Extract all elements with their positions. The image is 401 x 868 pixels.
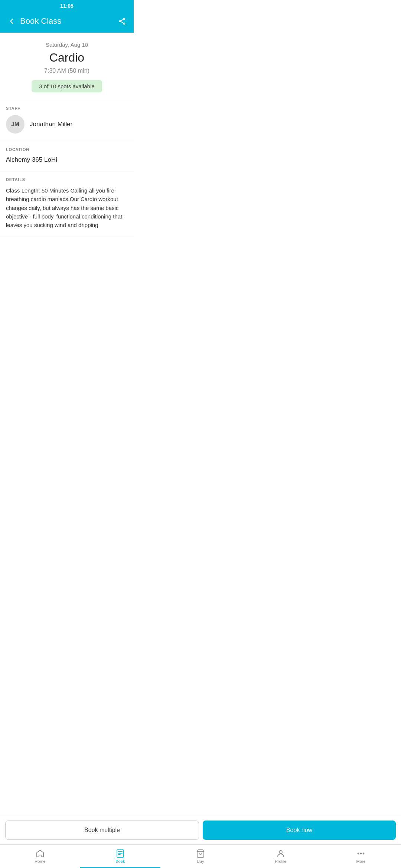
share-icon (118, 17, 126, 25)
staff-name: Jonathan Miller (30, 121, 72, 128)
staff-label: STAFF (6, 106, 128, 111)
details-text: Class Length: 50 Minutes Calling all you… (6, 186, 128, 234)
details-section: DETAILS Class Length: 50 Minutes Calling… (0, 171, 134, 237)
svg-line-4 (121, 22, 123, 23)
class-date: Saturday, Aug 10 (6, 42, 128, 48)
staff-row: JM Jonathan Miller (6, 115, 128, 138)
status-time: 11:05 (60, 3, 74, 9)
share-button[interactable] (117, 16, 128, 27)
staff-avatar: JM (6, 115, 25, 134)
status-bar: 11:05 (0, 0, 134, 11)
svg-line-3 (121, 19, 123, 21)
header-left: Book Class (6, 16, 61, 27)
page-title: Book Class (20, 16, 61, 26)
header: Book Class (0, 11, 134, 33)
spots-available-badge: 3 of 10 spots available (32, 80, 102, 92)
location-section: LOCATION Alchemy 365 LoHi (0, 141, 134, 171)
class-info: Saturday, Aug 10 Cardio 7:30 AM (50 min)… (0, 33, 134, 100)
staff-section: STAFF JM Jonathan Miller (0, 100, 134, 141)
location-name: Alchemy 365 LoHi (6, 156, 128, 168)
back-arrow-icon (7, 17, 16, 25)
class-name: Cardio (6, 51, 128, 65)
location-label: LOCATION (6, 147, 128, 152)
class-time: 7:30 AM (50 min) (6, 68, 128, 74)
details-label: DETAILS (6, 177, 128, 182)
back-button[interactable] (6, 16, 17, 27)
